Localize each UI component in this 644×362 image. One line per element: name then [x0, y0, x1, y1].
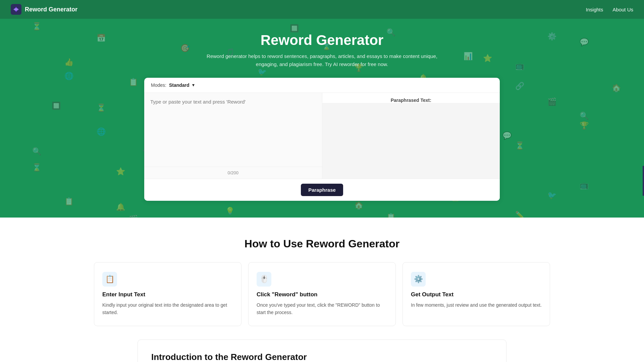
step-desc-2: Once you've typed your text, click the "… — [257, 301, 387, 316]
how-to-section: How to Use Reword Generator 📋 Enter Inpu… — [0, 218, 644, 340]
brand[interactable]: Reword Generator — [11, 4, 77, 15]
steps-container: 📋 Enter Input Text Kindly input your ori… — [94, 262, 550, 326]
step-title-1: Enter Input Text — [102, 291, 233, 298]
intro-title: Introduction to the Reword Generator — [151, 352, 493, 362]
output-area: Paraphrased Text: — [322, 93, 500, 179]
brand-name: Reword Generator — [25, 6, 77, 13]
nav-insights[interactable]: Insights — [586, 7, 603, 12]
word-limit: /200 — [230, 170, 238, 175]
nav-links: Insights About Us — [586, 7, 633, 12]
current-word-count: 0 — [227, 170, 230, 175]
tool-card: Modes: Standard ▼ 0/200 Paraphrased Text… — [144, 78, 500, 201]
step-icon-3: ⚙️ — [411, 272, 426, 287]
tool-body: 0/200 Paraphrased Text: — [144, 93, 500, 179]
tool-footer: Paraphrase — [144, 179, 500, 201]
step-desc-1: Kindly input your original text into the… — [102, 301, 233, 316]
navbar: Reword Generator Insights About Us — [0, 0, 644, 19]
hero-section: ⏳🔍📅💬🎵⭐⌛👍📺🐦🔔📋🏠💡✏️🎬🔲⚙️🎯📊🏆🌐🔗📌⏳🔍📅💬🎵⭐⌛👍📺🐦🔔📋🏠💡… — [0, 19, 644, 218]
hero-description: Reword generator helps to reword sentenc… — [205, 52, 439, 68]
word-count-display: 0/200 — [144, 167, 322, 179]
step-title-2: Click "Reword" button — [257, 291, 387, 298]
step-icon-1: 📋 — [102, 272, 117, 287]
mode-value: Standard — [169, 82, 190, 88]
step-icon-2: 🖱️ — [257, 272, 271, 287]
intro-wrapper: Introduction to the Reword Generator The… — [0, 340, 644, 362]
hero-title: Reword Generator — [7, 32, 637, 48]
paraphrase-button[interactable]: Paraphrase — [301, 184, 343, 196]
tool-header: Modes: Standard ▼ — [144, 78, 500, 93]
step-desc-3: In few moments, just review and use the … — [411, 301, 542, 309]
output-label: Paraphrased Text: — [322, 93, 500, 103]
mode-selector[interactable]: Standard ▼ — [169, 82, 196, 88]
step-title-3: Get Output Text — [411, 291, 542, 298]
feedback-tab[interactable]: Feedback — [643, 166, 644, 196]
step-card-3: ⚙️ Get Output Text In few moments, just … — [402, 262, 550, 326]
text-input[interactable] — [144, 93, 322, 167]
input-area: 0/200 — [144, 93, 322, 179]
output-content — [322, 103, 500, 179]
logo-icon — [11, 4, 21, 15]
nav-about[interactable]: About Us — [612, 7, 633, 12]
step-card-1: 📋 Enter Input Text Kindly input your ori… — [94, 262, 241, 326]
dropdown-arrow-icon: ▼ — [192, 83, 196, 87]
how-to-title: How to Use Reword Generator — [13, 238, 631, 250]
modes-label: Modes: — [151, 82, 166, 88]
step-card-2: 🖱️ Click "Reword" button Once you've typ… — [248, 262, 396, 326]
intro-section: Introduction to the Reword Generator The… — [138, 340, 506, 362]
